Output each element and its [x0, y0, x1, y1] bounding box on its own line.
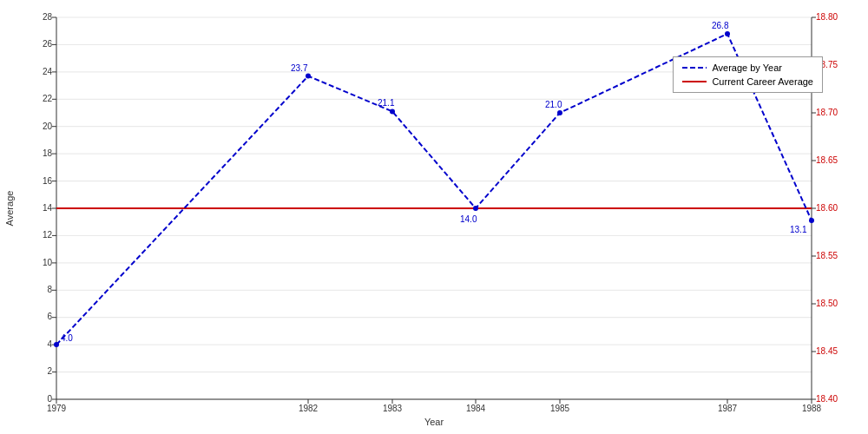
svg-text:1983: 1983: [383, 404, 403, 413]
y-axis-label: Average: [4, 191, 15, 227]
svg-text:1982: 1982: [299, 404, 319, 413]
svg-text:18.45: 18.45: [816, 346, 838, 356]
y-axis-left-ticks: [52, 17, 56, 399]
y-axis-left-labels: 0 2 4 6 8 10 12 14 16 18 20 22 24 26 28: [43, 12, 53, 404]
svg-text:26.8: 26.8: [712, 21, 729, 30]
legend-box: Average by Year Current Career Average: [673, 56, 823, 93]
svg-text:23.7: 23.7: [291, 63, 308, 73]
svg-point-83: [390, 108, 395, 114]
svg-text:18.65: 18.65: [816, 155, 838, 165]
svg-text:18.60: 18.60: [816, 203, 838, 213]
legend-line-blue: [682, 67, 707, 69]
svg-text:21.0: 21.0: [545, 100, 562, 109]
svg-text:14.0: 14.0: [460, 214, 477, 224]
svg-text:0: 0: [47, 394, 52, 404]
svg-text:1984: 1984: [466, 404, 486, 413]
svg-text:16: 16: [43, 176, 53, 186]
svg-point-87: [809, 218, 814, 223]
legend-label-career: Current Career Average: [712, 76, 813, 87]
svg-text:18.50: 18.50: [816, 299, 838, 308]
svg-text:12: 12: [43, 230, 53, 240]
x-axis-labels: 1979 1982 1983 1984 1985 1987 1988: [47, 404, 822, 413]
legend-line-red: [682, 81, 707, 82]
svg-text:4.0: 4.0: [61, 333, 73, 343]
svg-text:18.70: 18.70: [816, 108, 838, 117]
svg-text:18.40: 18.40: [816, 394, 838, 404]
svg-text:21.1: 21.1: [378, 98, 395, 108]
legend-item-average: Average by Year: [682, 62, 813, 73]
svg-text:18: 18: [43, 148, 53, 158]
chart-container: 0 2 4 6 8 10 12 14 16 18 20 22 24 26 28: [0, 0, 868, 434]
svg-text:22: 22: [43, 94, 53, 103]
x-axis-label: Year: [424, 417, 444, 427]
svg-point-86: [725, 31, 730, 36]
svg-text:26: 26: [43, 39, 53, 49]
svg-text:10: 10: [43, 258, 53, 267]
svg-text:14: 14: [43, 203, 53, 213]
svg-point-85: [557, 110, 562, 115]
svg-point-82: [306, 74, 311, 79]
svg-text:24: 24: [43, 67, 53, 76]
svg-text:18.80: 18.80: [816, 12, 838, 22]
legend-label-average: Average by Year: [712, 62, 782, 73]
svg-text:20: 20: [43, 122, 53, 131]
legend-item-career: Current Career Average: [682, 76, 813, 87]
svg-text:1987: 1987: [718, 404, 738, 413]
svg-text:18.55: 18.55: [816, 251, 838, 260]
svg-text:1988: 1988: [802, 404, 822, 413]
svg-text:1985: 1985: [550, 404, 570, 413]
svg-text:8: 8: [47, 285, 52, 294]
svg-text:28: 28: [43, 12, 53, 22]
svg-point-84: [473, 206, 478, 211]
svg-point-81: [54, 342, 59, 347]
svg-text:4: 4: [47, 339, 52, 349]
svg-text:13.1: 13.1: [790, 225, 807, 234]
svg-text:2: 2: [47, 366, 52, 376]
svg-text:1979: 1979: [47, 404, 67, 413]
x-axis-ticks: [56, 399, 812, 404]
svg-text:6: 6: [47, 312, 52, 321]
